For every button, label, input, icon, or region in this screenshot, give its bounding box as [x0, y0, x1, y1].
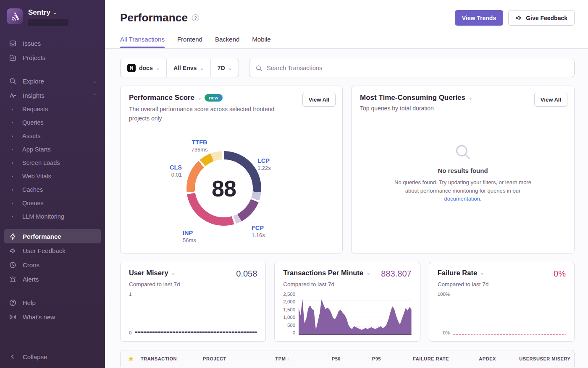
bullet-icon	[12, 203, 13, 204]
sidebar-item-queues[interactable]: Queues	[0, 196, 105, 210]
tab-backend[interactable]: Backend	[215, 36, 239, 48]
bullet-icon	[12, 216, 13, 217]
view-trends-button[interactable]: View Trends	[455, 10, 503, 26]
card-title[interactable]: Transactions Per Minute⌄	[283, 269, 370, 277]
sub-item-label: Screen Loads	[22, 159, 60, 166]
sidebar-item-queries[interactable]: Queries	[0, 116, 105, 129]
bullet-icon	[12, 149, 13, 150]
sidebar-item-llm-monitoring[interactable]: LLM Monitoring	[0, 210, 105, 223]
bullet-icon	[12, 109, 13, 110]
chevron-left-icon	[8, 352, 17, 361]
view-all-button[interactable]: View All	[302, 93, 336, 107]
search-input[interactable]	[267, 65, 568, 71]
user-misery-chart: 10	[129, 292, 257, 335]
megaphone-icon	[515, 14, 522, 21]
chevron-down-icon: ⌄	[367, 271, 370, 275]
sidebar-item-label: Help	[23, 299, 36, 306]
siren-icon	[8, 275, 17, 283]
date-range-label: 7D	[218, 65, 225, 71]
sub-item-label: App Starts	[22, 146, 51, 153]
sub-item-label: Web Vitals	[22, 173, 51, 180]
sidebar-item-alerts[interactable]: Alerts	[0, 272, 105, 286]
sub-item-label: Caches	[22, 186, 43, 193]
column-user-misery[interactable]: USER MISERY	[536, 356, 570, 361]
card-title[interactable]: Most Time-Consuming Queries	[360, 94, 465, 102]
org-name: Sentry	[28, 8, 50, 17]
column-p50[interactable]: P50	[289, 356, 341, 361]
org-switcher[interactable]: Sentry⌄	[0, 6, 105, 30]
column-p95[interactable]: P95	[341, 356, 381, 361]
card-title[interactable]: User Misery⌄	[129, 269, 175, 277]
card-title[interactable]: Performance Score	[129, 94, 194, 102]
sidebar-item-assets[interactable]: Assets	[0, 129, 105, 143]
empty-state: No results found No queries found. Try u…	[352, 143, 574, 203]
card-description: The overall performance score across sel…	[129, 105, 284, 123]
clock-icon	[8, 261, 17, 269]
tab-mobile[interactable]: Mobile	[252, 36, 270, 48]
page-filter-bar: N docs ⌄ All Envs ⌄ 7D ⌄	[120, 59, 239, 77]
failure-rate-card: Failure Rate⌄ 0% Compared to last 7d 100…	[429, 262, 575, 342]
sidebar-item-label: Issues	[23, 40, 41, 47]
user-misery-value: 0.058	[236, 269, 257, 279]
tab-all-transactions[interactable]: All Transactions	[120, 36, 165, 48]
vital-label-ttfb: TTFB 736ms	[184, 138, 215, 153]
column-users[interactable]: USERS	[496, 356, 536, 361]
column-apdex[interactable]: APDEX	[449, 356, 496, 361]
tab-bar: All Transactions Frontend Backend Mobile	[120, 36, 575, 48]
search-icon	[255, 65, 262, 72]
help-tooltip-icon[interactable]: ?	[192, 14, 199, 21]
sidebar-item-caches[interactable]: Caches	[0, 183, 105, 196]
sidebar-item-user-feedback[interactable]: User Feedback	[0, 243, 105, 258]
give-feedback-button[interactable]: Give Feedback	[508, 10, 575, 26]
star-icon[interactable]: ★	[128, 355, 141, 363]
chevron-down-icon[interactable]: ⌄	[469, 96, 472, 100]
chevron-down-icon: ⌄	[200, 66, 203, 70]
chevron-down-icon[interactable]: ⌄	[198, 96, 201, 100]
view-all-button[interactable]: View All	[534, 93, 567, 107]
performance-score-chart: 88 TTFB 736ms LCP 1.22s CLS 0.01	[121, 129, 342, 252]
project-selector-label: docs	[139, 65, 153, 71]
column-tpm[interactable]: TPM↓	[252, 356, 289, 362]
column-transaction[interactable]: TRANSACTION	[141, 356, 203, 361]
environment-selector[interactable]: All Envs ⌄	[166, 59, 210, 77]
sidebar-item-help[interactable]: Help	[0, 295, 105, 310]
chevron-down-icon: ⌄	[156, 66, 160, 70]
chevron-down-icon: ⌄	[172, 271, 175, 275]
sidebar-item-insights[interactable]: Insights ⌃	[0, 88, 105, 102]
empty-state-body: No queries found. Try updating your filt…	[391, 178, 536, 203]
vital-label-cls: CLS 0.01	[155, 164, 182, 178]
sidebar-item-projects[interactable]: Projects	[0, 50, 105, 65]
project-selector[interactable]: N docs ⌄	[121, 59, 166, 77]
sidebar-item-label: Insights	[23, 92, 45, 99]
sidebar-item-issues[interactable]: Issues	[0, 36, 105, 50]
tab-frontend[interactable]: Frontend	[177, 36, 202, 48]
chevron-down-icon: ⌄	[228, 66, 232, 70]
sidebar-item-web-vitals[interactable]: Web Vitals	[0, 170, 105, 183]
sidebar-item-explore[interactable]: Explore ⌄	[0, 74, 105, 88]
pulse-icon	[8, 91, 17, 99]
documentation-link[interactable]: documentation	[444, 196, 480, 202]
sidebar-item-whats-new[interactable]: What's new	[0, 310, 105, 324]
column-failure-rate[interactable]: FAILURE RATE	[381, 356, 449, 361]
bullet-icon	[12, 189, 13, 191]
environment-selector-label: All Envs	[173, 65, 197, 71]
transaction-search[interactable]	[249, 59, 575, 77]
sidebar-item-requests[interactable]: Requests	[0, 102, 105, 116]
broadcast-icon	[8, 313, 17, 321]
vital-label-inp: INP 56ms	[183, 229, 196, 243]
sidebar-item-label: Performance	[23, 233, 61, 240]
page-title: Performance	[120, 11, 188, 24]
new-badge: new	[205, 94, 222, 102]
sidebar-item-screen-loads[interactable]: Screen Loads	[0, 156, 105, 170]
failure-rate-chart: 100%0%	[438, 292, 566, 335]
sidebar-item-performance[interactable]: Performance	[4, 229, 101, 243]
card-title[interactable]: Failure Rate⌄	[438, 269, 484, 277]
sidebar-item-crons[interactable]: Crons	[0, 258, 105, 272]
date-range-selector[interactable]: 7D ⌄	[210, 59, 239, 77]
column-project[interactable]: PROJECT	[203, 356, 252, 361]
sidebar-collapse-button[interactable]: Collapse	[0, 350, 105, 364]
page-header: Performance ? View Trends Give Feedback …	[105, 0, 588, 49]
chevron-down-icon: ⌄	[480, 271, 484, 275]
sidebar-item-label: What's new	[23, 313, 55, 321]
sidebar-item-app-starts[interactable]: App Starts	[0, 143, 105, 156]
